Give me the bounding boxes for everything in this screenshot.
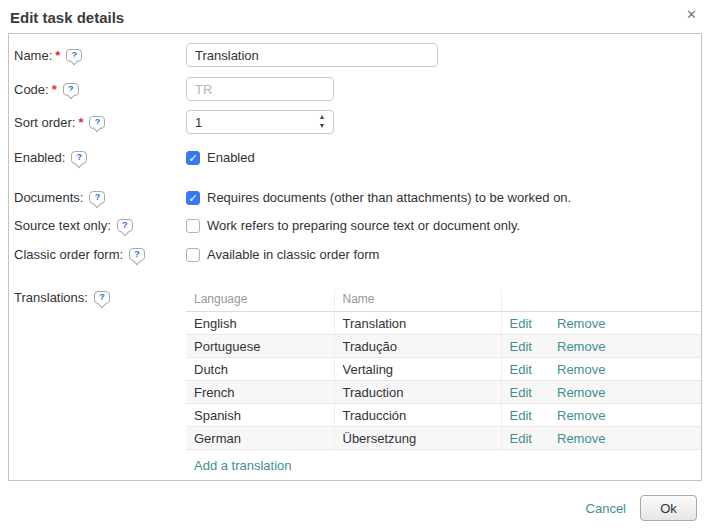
- field-row-documents: Documents: ? ✓ Requires documents (other…: [14, 190, 699, 205]
- name-cell: Traducción: [334, 404, 501, 427]
- source-text-only-control: Work refers to preparing source text or …: [186, 218, 520, 233]
- name-cell: Traduction: [334, 381, 501, 404]
- edit-link[interactable]: Edit: [510, 362, 532, 377]
- enabled-control: ✓ Enabled: [186, 150, 255, 165]
- stepper-arrows[interactable]: ▲ ▼: [317, 113, 327, 130]
- add-translation-link[interactable]: Add a translation: [194, 458, 292, 473]
- language-cell: Spanish: [186, 404, 334, 427]
- column-header-name: Name: [334, 290, 501, 312]
- checkmark-icon: ✓: [188, 151, 197, 165]
- source-text-only-label: Source text only: ?: [14, 218, 186, 233]
- table-row: Spanish Traducción Edit Remove: [186, 404, 701, 427]
- help-icon[interactable]: ?: [129, 248, 145, 261]
- edit-link[interactable]: Edit: [510, 431, 532, 446]
- required-asterisk: *: [52, 82, 57, 97]
- code-input[interactable]: [186, 77, 334, 101]
- source-text-only-checkbox[interactable]: [186, 219, 200, 233]
- documents-checkbox[interactable]: ✓: [186, 191, 200, 205]
- source-text-only-checkbox-label: Work refers to preparing source text or …: [207, 218, 520, 233]
- column-header-edit: [501, 290, 549, 312]
- classic-order-form-control: Available in classic order form: [186, 247, 379, 262]
- enabled-label: Enabled: ?: [14, 150, 186, 165]
- table-header-row: Language Name: [186, 290, 701, 312]
- remove-link[interactable]: Remove: [557, 339, 605, 354]
- name-cell: Übersetzung: [334, 427, 501, 450]
- language-cell: English: [186, 312, 334, 335]
- table-row: English Translation Edit Remove: [186, 312, 701, 335]
- name-label: Name:* ?: [14, 48, 186, 63]
- edit-link[interactable]: Edit: [510, 385, 532, 400]
- field-row-classic-order-form: Classic order form: ? Available in class…: [14, 247, 699, 262]
- help-icon[interactable]: ?: [66, 49, 82, 62]
- name-cell: Translation: [334, 312, 501, 335]
- help-icon[interactable]: ?: [117, 219, 133, 232]
- classic-order-form-label-text: Classic order form:: [14, 247, 123, 262]
- language-cell: Portuguese: [186, 335, 334, 358]
- translations-section: Language Name English Translation Edit R…: [186, 290, 701, 473]
- language-cell: Dutch: [186, 358, 334, 381]
- field-row-name: Name:* ?: [14, 43, 699, 67]
- ok-button[interactable]: Ok: [640, 495, 697, 521]
- translations-label: Translations: ?: [14, 290, 186, 305]
- translations-label-text: Translations:: [14, 290, 88, 305]
- stepper-up-icon[interactable]: ▲: [319, 113, 326, 122]
- name-input[interactable]: [186, 43, 438, 67]
- help-icon[interactable]: ?: [94, 291, 110, 304]
- documents-control: ✓ Requires documents (other than attachm…: [186, 190, 571, 205]
- name-label-text: Name:: [14, 48, 52, 63]
- dialog-body: Name:* ? Code:* ? Sort order:* ? ▲ ▼ Ena…: [8, 33, 702, 481]
- source-text-only-label-text: Source text only:: [14, 218, 111, 233]
- required-asterisk: *: [78, 115, 83, 130]
- classic-order-form-checkbox[interactable]: [186, 248, 200, 262]
- help-icon[interactable]: ?: [89, 116, 105, 129]
- enabled-label-text: Enabled:: [14, 150, 65, 165]
- documents-label: Documents: ?: [14, 190, 186, 205]
- close-icon[interactable]: ✕: [686, 7, 697, 23]
- required-asterisk: *: [55, 48, 60, 63]
- enabled-checkbox[interactable]: ✓: [186, 151, 200, 165]
- stepper-down-icon[interactable]: ▼: [319, 122, 326, 131]
- column-header-language: Language: [186, 290, 334, 312]
- field-row-source-text-only: Source text only: ? Work refers to prepa…: [14, 218, 699, 233]
- name-cell: Vertaling: [334, 358, 501, 381]
- code-label-text: Code:: [14, 82, 49, 97]
- cancel-button[interactable]: Cancel: [586, 501, 626, 516]
- remove-link[interactable]: Remove: [557, 362, 605, 377]
- remove-link[interactable]: Remove: [557, 385, 605, 400]
- code-label: Code:* ?: [14, 82, 186, 97]
- documents-label-text: Documents:: [14, 190, 83, 205]
- dialog-title: Edit task details: [10, 9, 124, 26]
- remove-link[interactable]: Remove: [557, 431, 605, 446]
- documents-checkbox-label: Requires documents (other than attachmen…: [207, 190, 571, 205]
- dialog-footer: Cancel Ok: [0, 481, 710, 521]
- help-icon[interactable]: ?: [71, 151, 87, 164]
- field-row-code: Code:* ?: [14, 77, 699, 101]
- sort-order-input[interactable]: [186, 110, 334, 134]
- remove-link[interactable]: Remove: [557, 408, 605, 423]
- help-icon[interactable]: ?: [63, 83, 79, 96]
- sort-order-label-text: Sort order:: [14, 115, 75, 130]
- enabled-checkbox-label: Enabled: [207, 150, 255, 165]
- table-row: Portuguese Tradução Edit Remove: [186, 335, 701, 358]
- table-row: Dutch Vertaling Edit Remove: [186, 358, 701, 381]
- checkmark-icon: ✓: [188, 191, 197, 205]
- field-row-translations: Translations: ? Language Name English Tr…: [14, 290, 699, 473]
- sort-order-label: Sort order:* ?: [14, 115, 186, 130]
- sort-order-stepper: ▲ ▼: [186, 110, 334, 134]
- edit-link[interactable]: Edit: [510, 339, 532, 354]
- dialog-header: Edit task details ✕: [0, 0, 710, 33]
- edit-link[interactable]: Edit: [510, 316, 532, 331]
- translations-table: Language Name English Translation Edit R…: [186, 290, 701, 450]
- table-row: German Übersetzung Edit Remove: [186, 427, 701, 450]
- name-cell: Tradução: [334, 335, 501, 358]
- field-row-enabled: Enabled: ? ✓ Enabled: [14, 150, 699, 165]
- edit-link[interactable]: Edit: [510, 408, 532, 423]
- classic-order-form-checkbox-label: Available in classic order form: [207, 247, 379, 262]
- language-cell: German: [186, 427, 334, 450]
- classic-order-form-label: Classic order form: ?: [14, 247, 186, 262]
- help-icon[interactable]: ?: [89, 191, 105, 204]
- field-row-sort-order: Sort order:* ? ▲ ▼: [14, 110, 699, 134]
- column-header-remove: [549, 290, 701, 312]
- language-cell: French: [186, 381, 334, 404]
- remove-link[interactable]: Remove: [557, 316, 605, 331]
